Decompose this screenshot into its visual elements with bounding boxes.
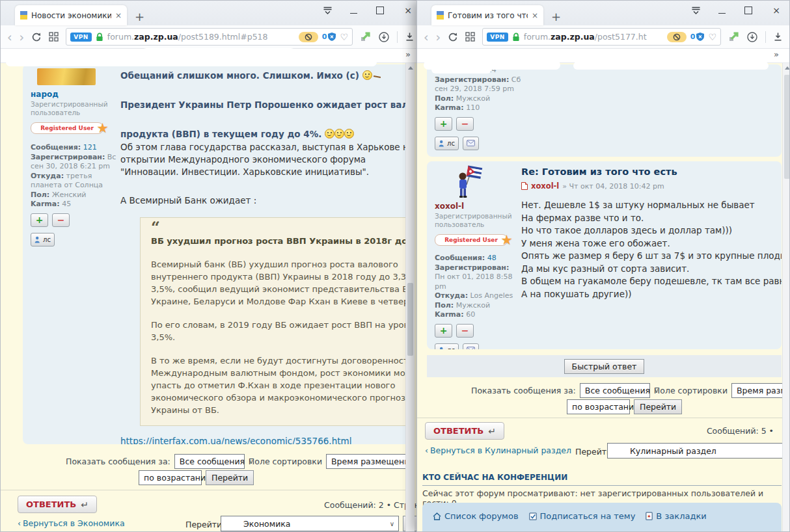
email-button[interactable] <box>463 137 479 150</box>
bookmarks-overflow-chevron[interactable]: » <box>774 49 779 59</box>
checkbox-icon <box>529 512 537 520</box>
menu-chevron-icon[interactable] <box>690 5 701 16</box>
sort-order-select[interactable]: по возрастанию∨ <box>567 399 630 414</box>
popout-icon[interactable] <box>728 31 739 42</box>
karma-plus-button[interactable]: + <box>31 213 48 227</box>
email-button[interactable] <box>463 343 479 350</box>
downloads-icon[interactable] <box>405 32 415 42</box>
sort-field-select[interactable]: Время размещения∨ <box>326 454 413 469</box>
scrollbar-thumb[interactable] <box>407 283 413 356</box>
desktop: { "colors": { "link": "#105289", "panel_… <box>0 0 790 532</box>
new-tab-button[interactable]: + <box>551 11 561 23</box>
blocked-counter[interactable]: 0 <box>690 33 705 41</box>
sync-download-icon[interactable] <box>378 31 390 43</box>
username-link[interactable]: народ <box>31 90 118 99</box>
jump-to-select[interactable]: Экономика∨ <box>221 516 399 531</box>
username-link[interactable]: xoxol-l <box>435 202 519 211</box>
post-line: Нет. Дешевле 1$ за штуку нормальных не б… <box>521 199 782 212</box>
bookmark-topic-link[interactable]: ★ В закладки <box>646 511 706 521</box>
browser-tab[interactable]: Готовим из того что есть × <box>431 5 543 25</box>
page-icon <box>521 182 528 190</box>
content-blocked-badge[interactable] <box>667 32 687 42</box>
minimize-button[interactable] <box>718 13 726 14</box>
post-reply-button[interactable]: ОТВЕТИТЬ↵ <box>18 496 97 513</box>
private-message-button[interactable]: лс <box>31 233 55 246</box>
byline-user-link[interactable]: xoxol-l <box>531 181 559 191</box>
karma-plus-button[interactable]: + <box>435 117 452 131</box>
bookmark-heart-icon[interactable]: ♡ <box>340 32 348 42</box>
browser-toolbar: ‹ › VPN forum.zap.zp.ua/post5177.ht 0 ♡ <box>417 25 789 49</box>
post-paragraph: А Всемирный Банк ожидает : <box>120 195 413 206</box>
new-tab-button[interactable]: + <box>135 11 144 23</box>
vertical-scrollbar[interactable] <box>405 63 415 531</box>
quote-title: ВБ ухудшил прогноз роста ВВП Украины в 2… <box>151 235 413 247</box>
vpn-badge[interactable]: VPN <box>70 33 92 42</box>
go-button[interactable]: Перейти <box>206 470 254 485</box>
vpn-badge[interactable]: VPN <box>487 33 508 42</box>
smiley-icon <box>362 70 372 80</box>
tab-close-icon[interactable]: × <box>115 11 122 20</box>
show-posts-select[interactable]: Все сообщения∨ <box>174 454 245 469</box>
back-button[interactable]: ‹ <box>7 32 12 42</box>
popout-icon[interactable] <box>360 31 371 42</box>
close-button[interactable]: × <box>403 5 413 16</box>
return-link[interactable]: ‹Вернуться в Экономика <box>18 518 125 528</box>
address-bar[interactable]: VPN forum.zap.zp.ua/post5177.ht 0 ♡ <box>482 28 721 46</box>
show-posts-select[interactable]: Все сообщения∨ <box>580 383 650 398</box>
subscribe-topic-link[interactable]: Подписаться на тему <box>529 511 636 521</box>
content-blocked-badge[interactable] <box>299 32 318 42</box>
sort-field-select[interactable]: Время размещения∨ <box>731 383 789 398</box>
scroll-up-arrow-icon[interactable] <box>785 66 790 70</box>
censor-smudge <box>6 58 377 66</box>
post-title: Re: Готовим из того что есть <box>521 166 782 177</box>
forward-button[interactable]: › <box>20 32 25 42</box>
external-link[interactable]: https://interfax.com.ua/news/economic/53… <box>120 436 351 444</box>
post-reply-button[interactable]: ОТВЕТИТЬ↵ <box>425 422 504 440</box>
profile-stats: Сообщения: 121 Зарегистрирован: Вс сен 3… <box>31 143 118 209</box>
karma-minus-button[interactable]: − <box>456 117 474 131</box>
maximize-button[interactable] <box>375 5 385 16</box>
stat-row: Сообщения: 121 <box>31 143 118 153</box>
avatar[interactable] <box>453 165 519 199</box>
minimize-button[interactable] <box>350 13 357 14</box>
scrollbar-thumb[interactable] <box>784 75 789 179</box>
blocked-counter[interactable]: 0 <box>322 33 336 41</box>
url-text: forum.zap.zp.ua/post5177.ht <box>524 32 663 42</box>
speed-dial-grid-icon[interactable] <box>465 32 475 42</box>
return-link[interactable]: ‹Вернуться в Кулинарный раздел <box>425 446 571 455</box>
avatar[interactable] <box>37 68 96 85</box>
scroll-up-arrow-icon[interactable] <box>408 66 413 70</box>
jump-to-select[interactable]: Кулинарный раздел <box>607 443 783 459</box>
chevron-down-icon: ∨ <box>390 520 394 527</box>
back-button[interactable]: ‹ <box>424 32 429 42</box>
post-body: Re: Готовим из того что есть xoxol-l » Ч… <box>521 166 782 300</box>
forum-index-link[interactable]: Список форумов <box>433 511 519 521</box>
private-message-button[interactable]: лс <box>435 343 459 350</box>
browser-tab[interactable]: Новости экономики : Эко × <box>15 5 127 25</box>
karma-plus-button[interactable]: + <box>435 324 452 338</box>
reload-button[interactable] <box>31 32 42 42</box>
address-bar[interactable]: VPN forum.zap.zp.ua/post5189.html#p518 0… <box>66 28 353 46</box>
speed-dial-grid-icon[interactable] <box>49 32 59 42</box>
private-message-button[interactable]: лс <box>435 137 459 150</box>
maximize-button[interactable] <box>743 5 754 16</box>
vertical-scrollbar[interactable] <box>782 63 789 531</box>
quote-block: “ ВБ ухудшил прогноз роста ВВП Украины в… <box>140 217 413 426</box>
tab-close-icon[interactable]: × <box>532 11 538 20</box>
forward-button[interactable]: › <box>436 32 441 42</box>
menu-chevron-icon[interactable] <box>322 5 333 16</box>
post-byline: xoxol-l » Чт окт 04, 2018 10:42 pm <box>521 181 782 191</box>
go-button[interactable]: Перейти <box>634 399 682 414</box>
bookmark-heart-icon[interactable]: ♡ <box>708 32 716 42</box>
bookmarks-overflow-chevron[interactable]: » <box>405 49 411 59</box>
sort-controls-row1: Показать сообщения за: Все сообщения∨ По… <box>471 383 789 398</box>
reload-button[interactable] <box>448 32 458 42</box>
karma-minus-button[interactable]: − <box>52 213 70 227</box>
sync-download-icon[interactable] <box>746 31 758 43</box>
karma-minus-button[interactable]: − <box>456 324 474 338</box>
sort-order-select[interactable]: по возрастанию∨ <box>139 470 202 485</box>
quick-reply-button[interactable]: Быстрый ответ <box>564 359 645 374</box>
close-button[interactable]: × <box>771 5 782 16</box>
censor-smudge <box>573 62 769 70</box>
downloads-icon[interactable] <box>773 32 783 42</box>
